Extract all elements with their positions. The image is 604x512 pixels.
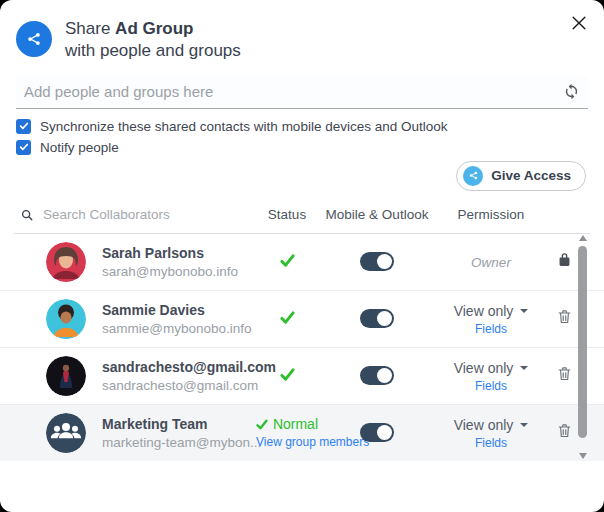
search-collaborators-input[interactable] [41, 206, 195, 223]
mobile-outlook-toggle[interactable] [360, 423, 394, 442]
toggle-knob [377, 425, 392, 440]
dialog-subtitle: with people and groups [65, 40, 241, 62]
column-mobile-outlook: Mobile & Outlook [318, 207, 436, 222]
sync-icon[interactable] [563, 83, 580, 100]
avatar [46, 242, 86, 282]
chevron-down-icon [520, 309, 528, 317]
scroll-up-icon[interactable] [579, 235, 587, 241]
option-label: Synchronize these shared contacts with m… [40, 119, 447, 134]
scrollbar[interactable] [578, 235, 588, 459]
title-prefix: Share [65, 19, 110, 38]
checkbox-checked-icon[interactable] [16, 140, 31, 155]
collaborator-email: sarah@mybonobo.info [102, 264, 238, 279]
permission-dropdown[interactable]: View only [454, 303, 529, 319]
status-ok-icon [256, 367, 318, 385]
collaborator-identity: Sarah Parlsons sarah@mybonobo.info [16, 242, 256, 282]
collaborator-row: sandrachesto@gmail.com sandrachesto@gmai… [0, 348, 604, 405]
status-ok-icon [256, 419, 268, 430]
toggle-knob [377, 311, 392, 326]
collaborator-identity: Marketing Team marketing-team@mybon... [16, 413, 256, 453]
mobile-outlook-toggle[interactable] [360, 309, 394, 328]
option-notify[interactable]: Notify people [16, 140, 588, 155]
actions-bar: Give Access [18, 161, 586, 191]
group-avatar-icon [46, 413, 86, 453]
collaborator-row: Sarah Parlsons sarah@mybonobo.info Owner [0, 234, 604, 291]
collaborator-row: Sammie Davies sammie@mybonobo.info View … [0, 291, 604, 348]
collaborator-name: Sammie Davies [102, 302, 252, 318]
give-access-label: Give Access [491, 168, 571, 183]
fields-link[interactable]: Fields [436, 436, 546, 450]
collaborator-row: Marketing Team marketing-team@mybon... N… [0, 405, 604, 461]
share-icon [16, 21, 52, 57]
dialog-title: Share Ad Group with people and groups [65, 18, 241, 63]
scroll-down-icon[interactable] [579, 453, 587, 459]
chevron-down-icon [520, 366, 528, 374]
avatar [46, 299, 86, 339]
title-object: Ad Group [115, 19, 193, 38]
collaborator-email: sammie@mybonobo.info [102, 321, 252, 336]
fields-link[interactable]: Fields [436, 379, 546, 393]
share-dialog: Share Ad Group with people and groups Sy… [0, 0, 604, 512]
collaborators-list: Sarah Parlsons sarah@mybonobo.info Owner [0, 234, 604, 461]
collaborator-identity: sandrachesto@gmail.com sandrachesto@gmai… [16, 356, 256, 396]
avatar [46, 356, 86, 396]
view-group-members-link[interactable]: View group members [256, 435, 318, 449]
share-icon [463, 166, 483, 186]
share-options: Synchronize these shared contacts with m… [16, 119, 588, 155]
mobile-outlook-toggle[interactable] [360, 252, 394, 271]
lock-icon [546, 251, 582, 272]
search-collaborators [16, 206, 256, 223]
status-ok-icon [256, 310, 318, 328]
dialog-header: Share Ad Group with people and groups [0, 0, 604, 63]
permission-value: View only [454, 360, 514, 376]
mobile-outlook-toggle[interactable] [360, 366, 394, 385]
collaborators-table-header: Status Mobile & Outlook Permission [14, 197, 590, 234]
option-synchronize[interactable]: Synchronize these shared contacts with m… [16, 119, 588, 134]
column-permission: Permission [436, 207, 546, 222]
add-people-input[interactable] [16, 83, 563, 100]
permission-owner: Owner [471, 255, 511, 270]
permission-value: View only [454, 417, 514, 433]
status-ok-icon [256, 253, 318, 271]
delete-icon[interactable] [546, 308, 582, 329]
collaborator-name: Marketing Team [102, 416, 261, 432]
collaborator-email: sandrachesto@gmail.com [102, 378, 276, 393]
add-people-field [16, 75, 588, 109]
delete-icon[interactable] [546, 422, 582, 443]
close-icon[interactable] [565, 9, 593, 37]
fields-link[interactable]: Fields [436, 322, 546, 336]
checkbox-checked-icon[interactable] [16, 119, 31, 134]
permission-dropdown[interactable]: View only [454, 417, 529, 433]
option-label: Notify people [40, 140, 119, 155]
give-access-button[interactable]: Give Access [456, 161, 586, 191]
permission-value: View only [454, 303, 514, 319]
scrollbar-thumb[interactable] [578, 246, 587, 438]
toggle-knob [377, 368, 392, 383]
column-status: Status [256, 207, 318, 222]
collaborator-identity: Sammie Davies sammie@mybonobo.info [16, 299, 256, 339]
collaborator-name: sandrachesto@gmail.com [102, 359, 276, 375]
status-normal-label: Normal [273, 416, 318, 432]
toggle-knob [377, 254, 392, 269]
group-status: Normal View group members [256, 416, 318, 449]
collaborator-email: marketing-team@mybon... [102, 435, 261, 450]
permission-dropdown[interactable]: View only [454, 360, 529, 376]
delete-icon[interactable] [546, 365, 582, 386]
chevron-down-icon [520, 423, 528, 431]
search-icon [20, 208, 34, 222]
collaborator-name: Sarah Parlsons [102, 245, 238, 261]
